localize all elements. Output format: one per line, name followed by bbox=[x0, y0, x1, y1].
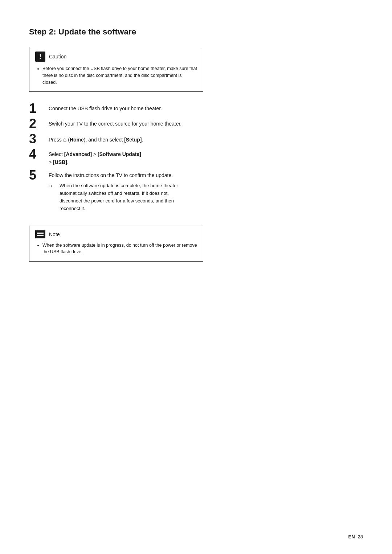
step-1-content: Connect the USB flash drive to your home… bbox=[49, 103, 162, 113]
note-item: When the software update is in progress,… bbox=[42, 242, 197, 256]
step-5-sub-content: When the software update is complete, th… bbox=[60, 182, 183, 212]
note-icon-line-2 bbox=[37, 235, 44, 236]
step-3-content: Press ⌂ (Home), and then select [Setup]. bbox=[49, 134, 143, 144]
step-4: 4 Select [Advanced] > [Software Update]>… bbox=[29, 149, 363, 166]
footer-lang: EN bbox=[348, 534, 355, 539]
step-1-number: 1 bbox=[29, 102, 49, 115]
step-4-content: Select [Advanced] > [Software Update]> [… bbox=[49, 149, 141, 166]
note-content: When the software update is in progress,… bbox=[35, 242, 197, 256]
footer-page: 28 bbox=[358, 534, 363, 539]
arrow-icon: ↦ bbox=[49, 182, 57, 190]
caution-title: Caution bbox=[49, 54, 66, 59]
step-5-number: 5 bbox=[29, 169, 49, 182]
step-2-content: Switch your TV to the correct source for… bbox=[49, 119, 181, 128]
steps-container: 1 Connect the USB flash drive to your ho… bbox=[29, 103, 363, 212]
caution-box: ! Caution Before you connect the USB fla… bbox=[29, 47, 203, 92]
page-container: Step 2: Update the software ! Caution Be… bbox=[0, 0, 392, 554]
caution-header: ! Caution bbox=[35, 52, 197, 62]
note-box: Note When the software update is in prog… bbox=[29, 226, 203, 262]
section-title-container: Step 2: Update the software bbox=[29, 22, 363, 37]
step-5-text: Follow the instructions on the TV to con… bbox=[49, 172, 173, 178]
caution-item: Before you connect the USB flash drive t… bbox=[42, 65, 197, 86]
section-title: Step 2: Update the software bbox=[29, 27, 363, 37]
note-header: Note bbox=[35, 230, 197, 238]
caution-content: Before you connect the USB flash drive t… bbox=[35, 65, 197, 86]
step-5-sub: ↦ When the software update is complete, … bbox=[49, 182, 183, 212]
note-icon bbox=[35, 230, 45, 238]
caution-icon: ! bbox=[35, 52, 45, 62]
step-4-number: 4 bbox=[29, 148, 49, 161]
note-title: Note bbox=[49, 231, 60, 237]
note-icon-line-1 bbox=[37, 233, 44, 234]
step-2-number: 2 bbox=[29, 117, 49, 130]
page-footer: EN 28 bbox=[348, 534, 363, 539]
step-2: 2 Switch your TV to the correct source f… bbox=[29, 119, 363, 130]
step-5-content: Follow the instructions on the TV to con… bbox=[49, 170, 183, 213]
step-3: 3 Press ⌂ (Home), and then select [Setup… bbox=[29, 134, 363, 145]
step-5: 5 Follow the instructions on the TV to c… bbox=[29, 170, 363, 213]
step-1: 1 Connect the USB flash drive to your ho… bbox=[29, 103, 363, 115]
step-3-number: 3 bbox=[29, 132, 49, 145]
